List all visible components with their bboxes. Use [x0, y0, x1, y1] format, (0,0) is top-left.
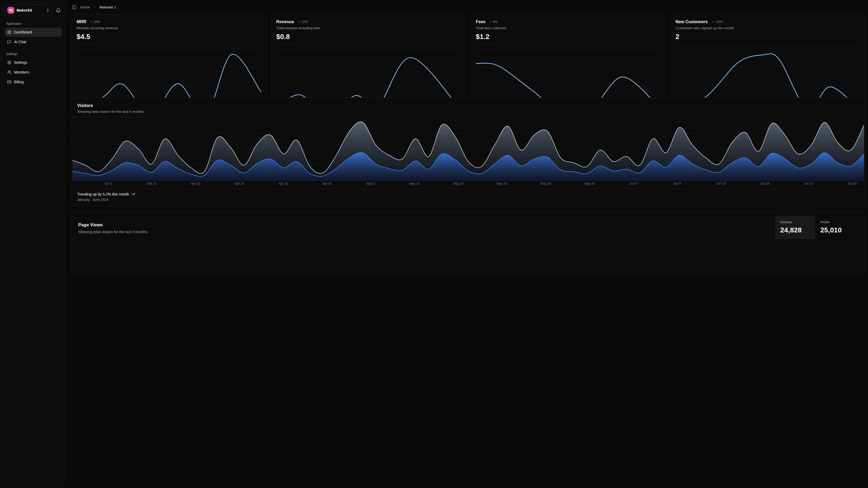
visitors-footer: Trending up by 5.2% this month January -…: [71, 189, 434, 202]
sidebar-item-settings[interactable]: Settings: [4, 58, 62, 67]
arrow-up-icon: [90, 21, 93, 24]
x-axis-labels: Apr 5Apr 10Apr 15Apr 20Apr 25Apr 30May 5…: [72, 181, 434, 186]
axis-label: May 5: [366, 182, 375, 185]
breadcrumb-current: Makerkit 1: [99, 5, 116, 9]
sidebar-item-members[interactable]: Members: [4, 68, 62, 77]
trending-up-icon: [131, 192, 135, 196]
page-views-subtitle: Showing total visitors for the last 3 mo…: [78, 230, 434, 234]
panel-left-icon: [72, 5, 76, 9]
visitors-trend-text: Trending up by 5.2% this month: [77, 192, 129, 196]
sidebar-item-ai-chat[interactable]: AI Chat: [4, 37, 62, 47]
sidebar-item-label: Dashboard: [14, 30, 32, 34]
visitors-title: Visitors: [77, 103, 434, 108]
workspace-logo: m: [7, 7, 14, 14]
sidebar-item-dashboard[interactable]: Dashboard: [4, 28, 62, 37]
sidebar-item-label: Settings: [14, 60, 27, 64]
main-content: Home Makerkit 1 MRR 20% Monthly recurrin…: [69, 0, 434, 244]
axis-label: Apr 10: [147, 182, 156, 185]
workspace-logo-letter: m: [9, 8, 13, 12]
users-icon: [7, 70, 11, 74]
sidebar-item-label: AI Chat: [14, 40, 26, 44]
page-views-card: Page Views Showing total visitors for th…: [71, 211, 434, 244]
axis-label: Apr 15: [191, 182, 200, 185]
workspace-name: Makerkit: [17, 8, 43, 12]
sidebar-item-billing[interactable]: Billing: [4, 78, 62, 86]
stat-value: $0.8: [276, 33, 434, 41]
divider: [76, 44, 261, 45]
stat-cards-row: MRR 20% Monthly recurring revenue $4.5 A…: [71, 15, 434, 93]
bell-icon: [56, 8, 61, 13]
stat-delta-badge: 12%: [298, 20, 308, 24]
stat-title: Revenue: [276, 20, 294, 24]
sidebar: m Makerkit Application Dashboard AI Chat…: [2, 2, 65, 244]
layout-dashboard-icon: [7, 30, 11, 34]
axis-label: May 10: [409, 182, 420, 185]
arrow-up-icon: [298, 21, 301, 24]
workspace-selector[interactable]: m Makerkit: [4, 4, 53, 16]
axis-label: Apr 30: [322, 182, 332, 185]
stat-title: MRR: [76, 20, 86, 24]
nav-section-application: Application: [6, 22, 60, 26]
notifications-button[interactable]: [55, 7, 62, 14]
stat-description: Total revenue including fees: [276, 26, 434, 30]
sidebar-item-label: Members: [14, 70, 29, 74]
stat-description: Monthly recurring revenue: [76, 26, 261, 30]
visitors-subtitle: Showing total visitors for the last 6 mo…: [77, 110, 434, 114]
credit-card-icon: [7, 80, 11, 84]
axis-label: Apr 20: [235, 182, 244, 185]
breadcrumb-home[interactable]: Home: [80, 5, 90, 9]
divider: [276, 44, 434, 45]
page-views-title: Page Views: [78, 222, 434, 228]
visitors-date-range: January - June 2024: [77, 198, 434, 202]
stat-delta-badge: 20%: [90, 20, 100, 24]
stat-value: $4.5: [76, 33, 261, 41]
visitors-card: Visitors Showing total visitors for the …: [71, 97, 434, 206]
chevrons-up-down-icon: [46, 8, 50, 12]
chevron-right-icon: [93, 5, 96, 9]
axis-label: Apr 25: [278, 182, 287, 185]
sidebar-toggle-button[interactable]: [72, 4, 77, 10]
nav-section-settings: Settings: [6, 52, 60, 56]
breadcrumb: Home Makerkit 1: [71, 0, 434, 15]
gear-icon: [7, 60, 11, 64]
sidebar-item-label: Billing: [14, 80, 24, 84]
stat-delta: 12%: [301, 20, 308, 24]
message-square-icon: [7, 40, 11, 44]
stat-delta: 20%: [94, 20, 100, 24]
axis-label: Apr 5: [104, 182, 112, 185]
visitors-area-chart: [72, 117, 434, 181]
